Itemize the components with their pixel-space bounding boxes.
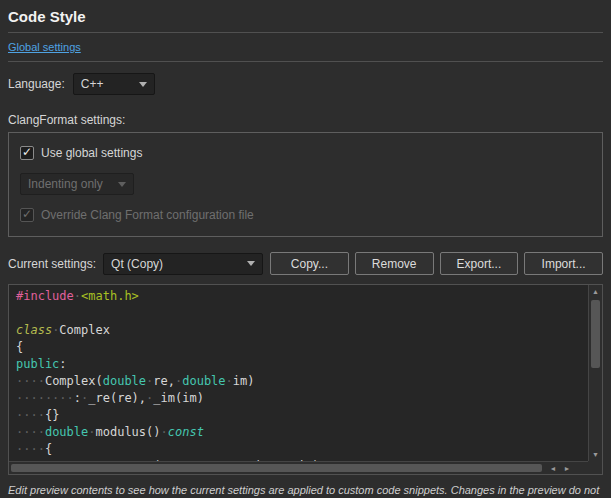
chevron-down-icon [139, 82, 147, 87]
code-line: #include·<math.h> [16, 288, 581, 305]
clangformat-groupbox: ✓ Use global settings Indenting only ✓ O… [8, 132, 603, 237]
chevron-down-icon [247, 261, 255, 266]
checkmark-icon: ✓ [22, 146, 32, 158]
import-button[interactable]: Import... [524, 252, 603, 275]
link-separator [8, 61, 603, 62]
settings-buttons: Copy...RemoveExport...Import... [270, 252, 603, 275]
horizontal-scrollbar[interactable]: ◄ ► [9, 461, 588, 474]
code-line: ········:·_re(re),·_im(im) [16, 390, 581, 407]
checkbox-box: ✓ [20, 146, 34, 160]
current-settings-combobox[interactable]: Qt (Copy) [103, 253, 263, 275]
code-line [16, 305, 581, 322]
code-line: ····{} [16, 407, 581, 424]
chevron-down-icon [118, 182, 126, 187]
scroll-right-button[interactable]: ► [560, 462, 574, 474]
code-line: { [16, 339, 581, 356]
scroll-up-button[interactable]: ▲ [589, 285, 602, 298]
code-style-settings-page: Code Style Global settings Language: C++… [0, 0, 611, 498]
preview-hint-text: Edit preview contents to see how the cur… [8, 483, 603, 498]
export-button[interactable]: Export... [440, 252, 519, 275]
code-line: ····double·modulus()·const [16, 424, 581, 441]
page-title: Code Style [8, 8, 603, 25]
global-settings-link[interactable]: Global settings [8, 41, 81, 53]
title-separator [8, 32, 603, 33]
scroll-down-button[interactable]: ▼ [589, 448, 602, 461]
current-settings-label: Current settings: [8, 257, 96, 271]
code-line: ····{ [16, 441, 581, 458]
code-line: ····Complex(double·re,·double·im) [16, 373, 581, 390]
copy-button[interactable]: Copy... [270, 252, 349, 275]
clangformat-section-label: ClangFormat settings: [8, 113, 603, 127]
clangformat-mode-combobox[interactable]: Indenting only [20, 173, 134, 195]
language-combobox[interactable]: C++ [73, 73, 155, 95]
checkbox-box: ✓ [20, 208, 34, 222]
code-line: public: [16, 356, 581, 373]
scrollbar-corner [588, 461, 602, 474]
code-preview-editor: #include·<math.h> class·Complex{public:·… [8, 284, 603, 475]
vertical-scrollbar-thumb[interactable] [591, 300, 600, 368]
override-config-checkbox[interactable]: ✓ Override Clang Format configuration fi… [20, 208, 591, 222]
language-selected-value: C++ [81, 77, 104, 91]
vertical-scrollbar[interactable]: ▲ ▼ [588, 285, 602, 461]
remove-button[interactable]: Remove [355, 252, 434, 275]
checkmark-icon: ✓ [22, 208, 32, 220]
mode-selected-value: Indenting only [28, 177, 103, 191]
code-editor[interactable]: #include·<math.h> class·Complex{public:·… [9, 285, 588, 461]
use-global-settings-checkbox[interactable]: ✓ Use global settings [20, 146, 591, 160]
current-settings-selected-value: Qt (Copy) [111, 257, 163, 271]
use-global-settings-label: Use global settings [41, 146, 142, 160]
code-line: class·Complex [16, 322, 581, 339]
override-config-label: Override Clang Format configuration file [41, 208, 254, 222]
language-label: Language: [8, 77, 65, 91]
scroll-left-button[interactable]: ◄ [546, 462, 560, 474]
horizontal-scrollbar-thumb[interactable] [11, 464, 542, 472]
